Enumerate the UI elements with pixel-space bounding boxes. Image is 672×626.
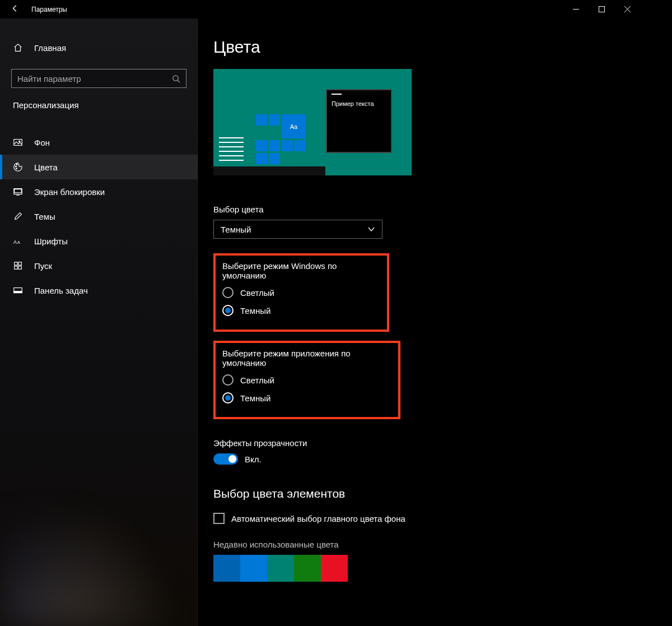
sidebar-item-themes[interactable]: Темы: [0, 204, 198, 229]
sidebar-item-label: Панель задач: [34, 286, 88, 295]
content-area: Цвета Пример текста Aa Выб: [198, 18, 640, 626]
sidebar-home-label: Главная: [34, 43, 66, 53]
search-icon: [172, 75, 180, 83]
minimize-button[interactable]: [563, 0, 589, 18]
windows-mode-light[interactable]: Светлый: [222, 287, 380, 298]
checkbox-icon: [213, 513, 225, 524]
svg-point-6: [16, 168, 17, 169]
svg-rect-0: [599, 7, 604, 12]
windows-mode-dark[interactable]: Темный: [222, 305, 380, 316]
taskbar-icon: [13, 285, 23, 295]
svg-rect-8: [15, 189, 22, 193]
sidebar-item-start[interactable]: Пуск: [0, 253, 198, 278]
maximize-button[interactable]: [589, 0, 614, 18]
color-swatch[interactable]: [321, 555, 348, 582]
home-icon: [13, 43, 23, 53]
color-swatch[interactable]: [240, 555, 267, 582]
svg-text:A: A: [17, 240, 20, 245]
app-mode-light[interactable]: Светлый: [222, 374, 391, 386]
auto-accent-label: Автоматический выбор главного цвета фона: [231, 514, 405, 523]
chevron-down-icon: [367, 225, 375, 233]
transparency-state: Вкл.: [245, 455, 262, 464]
sidebar-item-lockscreen[interactable]: Экран блокировки: [0, 179, 198, 204]
svg-rect-2: [14, 140, 22, 146]
sidebar: Главная Персонализация Фон Цвета Экра: [0, 18, 198, 626]
accent-heading: Выбор цвета элементов: [213, 487, 640, 500]
radio-label: Темный: [240, 393, 270, 403]
sidebar-item-label: Фон: [34, 138, 50, 147]
titlebar: Параметры: [0, 0, 640, 18]
back-button[interactable]: [11, 4, 19, 15]
transparency-label: Эффекты прозрачности: [213, 438, 640, 448]
lockscreen-icon: [13, 187, 23, 197]
preview-tile-aa: Aa: [282, 114, 306, 138]
sidebar-item-fonts[interactable]: AA Шрифты: [0, 229, 198, 253]
windows-mode-group: Выберите режим Windows по умолчанию Свет…: [213, 253, 389, 332]
svg-text:A: A: [13, 239, 17, 245]
sidebar-item-label: Пуск: [34, 261, 52, 271]
radio-label: Светлый: [240, 288, 274, 298]
search-box[interactable]: [11, 69, 186, 88]
close-button[interactable]: [614, 0, 640, 18]
palette-icon: [13, 162, 23, 172]
radio-icon: [222, 305, 234, 316]
radio-label: Светлый: [240, 375, 274, 385]
preview-sample-text: Пример текста: [332, 100, 386, 107]
svg-point-4: [16, 166, 17, 167]
sidebar-category: Персонализация: [0, 100, 198, 118]
search-input[interactable]: [17, 74, 156, 84]
radio-icon: [222, 287, 234, 298]
svg-rect-14: [18, 266, 21, 269]
svg-rect-12: [18, 262, 21, 265]
color-swatch[interactable]: [294, 555, 321, 582]
svg-rect-13: [15, 266, 17, 269]
window-title: Параметры: [31, 6, 67, 13]
svg-point-1: [173, 75, 178, 80]
sidebar-item-label: Темы: [34, 212, 55, 221]
sidebar-item-colors[interactable]: Цвета: [0, 155, 198, 179]
start-icon: [13, 261, 23, 271]
color-mode-value: Темный: [221, 225, 251, 234]
preview-sample-window: Пример текста: [326, 89, 392, 153]
recent-color-swatches: [213, 555, 640, 582]
radio-label: Темный: [240, 306, 270, 316]
page-title: Цвета: [213, 38, 640, 57]
radio-icon: [222, 374, 234, 386]
sidebar-item-background[interactable]: Фон: [0, 130, 198, 155]
color-mode-label: Выбор цвета: [213, 205, 640, 214]
color-swatch[interactable]: [213, 555, 240, 582]
svg-point-5: [16, 164, 17, 165]
sidebar-item-label: Экран блокировки: [34, 187, 105, 197]
app-mode-dark[interactable]: Темный: [222, 392, 391, 404]
brush-icon: [13, 211, 23, 221]
svg-point-3: [19, 141, 20, 142]
sidebar-item-label: Цвета: [34, 163, 58, 172]
sidebar-item-label: Шрифты: [34, 237, 68, 246]
auto-accent-checkbox-row[interactable]: Автоматический выбор главного цвета фона: [213, 513, 640, 524]
sidebar-item-taskbar[interactable]: Панель задач: [0, 278, 198, 303]
font-icon: AA: [13, 236, 23, 246]
app-mode-label: Выберите режим приложения по умолчанию: [222, 349, 391, 368]
color-preview: Пример текста Aa: [213, 69, 412, 175]
windows-mode-label: Выберите режим Windows по умолчанию: [222, 261, 380, 280]
color-swatch[interactable]: [267, 555, 294, 582]
color-mode-select[interactable]: Темный: [213, 220, 382, 239]
transparency-toggle[interactable]: [213, 453, 238, 465]
svg-rect-11: [15, 262, 17, 265]
svg-rect-16: [14, 291, 22, 293]
picture-icon: [13, 137, 23, 147]
app-mode-group: Выберите режим приложения по умолчанию С…: [213, 341, 400, 419]
sidebar-home[interactable]: Главная: [0, 35, 198, 60]
radio-icon: [222, 392, 234, 404]
recent-colors-label: Недавно использованные цвета: [213, 540, 640, 549]
